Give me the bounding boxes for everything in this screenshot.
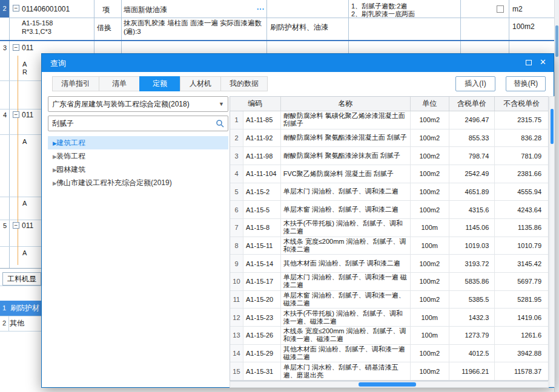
cell-more-button[interactable]: ... (257, 3, 265, 11)
main-vertical-scrollbar[interactable] (554, 0, 559, 392)
chevron-down-icon: ▼ (219, 97, 224, 111)
search-input[interactable] (52, 117, 210, 130)
header-code[interactable]: 编码 (230, 97, 281, 111)
notax-price: 836.28 (495, 129, 548, 147)
tax-price: 2542.49 (449, 165, 495, 183)
tax-price: 5835.86 (449, 273, 495, 290)
quota-library-select[interactable]: 广东省房屋建筑与装饰工程综合定额(2018) ▼ (48, 96, 228, 112)
maximize-icon[interactable] (526, 60, 532, 65)
replace-button[interactable]: 替换(R) (506, 76, 546, 91)
quota-row[interactable]: 7A1-15-8木扶手(不带托板) 润油粉、刮腻子、调和漆二遍100m1145.… (230, 219, 548, 237)
quota-row[interactable]: 12A1-15-23木扶手(不带托板) 润油粉、刮腻子、调和漆一遍、磁漆二遍10… (230, 309, 548, 327)
grid-line (8, 316, 9, 331)
tree-item-label: 佛山市建设工程补充综合定额(2019) (56, 178, 172, 187)
quota-table-header: 编码 名称 单位 含税单价 不含税单价 (230, 97, 548, 111)
quota-code: A1-15-14 (243, 255, 281, 272)
quota-unit: 100m2 (411, 147, 449, 165)
quota-name: 抹灰面乳胶漆 墙柱面 面漆一遍 实际面漆遍数(遍):3 (124, 19, 266, 36)
header-unit[interactable]: 单位 (411, 97, 449, 111)
tab-labor-material-machine[interactable]: 人材机 (180, 76, 221, 91)
tax-price: 798.74 (449, 147, 495, 165)
collapse-icon[interactable]: − (13, 5, 19, 11)
quota-unit: 100m (411, 327, 449, 344)
partial-code: A (22, 249, 27, 256)
tax-price: 11966.21 (449, 362, 495, 380)
tab-quota[interactable]: 定额 (139, 76, 180, 91)
tree-item-building-works[interactable]: ▶建筑工程 (48, 136, 228, 149)
quota-row[interactable]: 5A1-15-2单层木门 润油粉、刮腻子、调和漆二遍100m24651.8945… (230, 183, 548, 201)
grid-line (0, 286, 41, 286)
scrollbar-thumb[interactable] (359, 382, 416, 387)
header-tax-price[interactable]: 含税单价 (449, 97, 495, 111)
row-number: 12 (230, 309, 243, 326)
feature-line: 2、刷乳胶漆一底两面 (351, 10, 415, 19)
notax-price: 781.09 (495, 147, 548, 165)
header-notax-price[interactable]: 不含税单价 (495, 97, 548, 111)
tax-price: 4651.89 (449, 183, 495, 201)
grid-line (509, 0, 509, 53)
tree-item-decoration-works[interactable]: ▶装饰工程 (48, 149, 228, 163)
tab-list-guide[interactable]: 清单指引 (52, 76, 99, 91)
tab-my-data[interactable]: 我的数据 (220, 76, 268, 91)
tree-item-garden-works[interactable]: ▶园林建筑 (48, 163, 228, 176)
quota-type: 借换 (97, 23, 111, 33)
item-type: 项 (102, 5, 110, 15)
item-code: 011406001001 (22, 5, 70, 13)
scrollbar-thumb[interactable] (555, 25, 558, 57)
grid-line (0, 197, 41, 197)
row-number[interactable]: 2 (0, 316, 8, 331)
row-number[interactable]: 3 (3, 44, 7, 51)
tree-item-label: 装饰工程 (56, 152, 85, 160)
grid-line (0, 109, 41, 109)
quota-row[interactable]: 15A1-15-31单层木门 润水粉、刮腻子、硝基清漆五遍、磨退出亮100m21… (230, 362, 548, 381)
tax-price: 4012.5 (449, 345, 495, 362)
quota-code: A1-15-31 (243, 362, 281, 380)
collapse-icon[interactable]: − (13, 44, 19, 51)
insert-button[interactable]: 插入(I) (455, 76, 495, 91)
quota-unit: 100m (411, 309, 449, 326)
row-number[interactable]: 4 (3, 111, 7, 119)
row-number[interactable]: 2 (0, 0, 9, 18)
notax-price: 3942.88 (495, 345, 548, 362)
quota-row[interactable]: 6A1-15-5单层木窗 润油粉、刮腻子、调和漆二遍100m24315.6424… (230, 201, 548, 219)
quota-row[interactable]: 9A1-15-14其他木材面 润油粉、刮腻子 调和漆二遍100m23193.72… (230, 255, 548, 273)
collapse-icon[interactable]: − (13, 111, 19, 118)
notax-price: 1135.86 (495, 219, 548, 237)
row-checkbox[interactable] (497, 5, 504, 13)
quota-row[interactable]: 8A1-15-11木线条 宽度≤200mm 润油粉、刮腻子、调和漆二遍100m1… (230, 237, 548, 255)
header-name[interactable]: 名称 (281, 97, 411, 111)
quota-row[interactable]: 1A1-11-85耐酸防腐涂料 氯磺化聚乙烯涂漆混凝土面 刮腻子100m2249… (230, 111, 548, 129)
dialog-titlebar[interactable]: 查询 ✕ (42, 54, 554, 72)
notax-price: 11578.37 (495, 362, 548, 380)
table-vertical-scrollbar[interactable] (549, 96, 555, 387)
tab-material-display[interactable]: 工料机显 (2, 272, 41, 286)
tab-list[interactable]: 清单 (99, 76, 140, 91)
row-number[interactable]: 5 (3, 222, 7, 229)
notax-price: 5281.95 (495, 291, 548, 309)
quota-row[interactable]: 11A1-15-20单层木窗 润油粉、刮腻子、调和漆一遍、磁漆二遍100m253… (230, 291, 548, 309)
grid-line (9, 18, 559, 18)
tree-item-foshan-supplement[interactable]: ▶佛山市建设工程补充综合定额(2019) (48, 176, 228, 189)
quota-name: 耐酸防腐涂料 氯磺化聚乙烯涂漆混凝土面 刮腻子 (281, 111, 411, 129)
notax-price: 4555.94 (495, 183, 548, 201)
scrollbar-thumb[interactable] (551, 109, 554, 144)
material-cell[interactable]: 其他 (10, 316, 24, 331)
material-cell[interactable]: 刷防护材 (8, 301, 41, 316)
table-horizontal-scrollbar[interactable] (230, 381, 549, 388)
close-icon[interactable]: ✕ (540, 57, 546, 67)
row-number[interactable]: 1 (0, 301, 8, 316)
quota-row[interactable]: 10A1-15-17单层木门 润油粉、刮腻子、调和漆一遍 磁漆二遍100m258… (230, 273, 548, 291)
item-code: 011 (22, 111, 33, 119)
quota-row[interactable]: 4A1-11-104FVC聚乙烯防腐涂料 混凝土面 刮腻子100m22542.4… (230, 165, 548, 183)
notax-price: 1261.6 (495, 327, 548, 344)
quota-row[interactable]: 14A1-15-29其他木材面 润油粉、刮腻子、调和漆一遍 磁漆二遍100m24… (230, 345, 548, 363)
selection-underline (0, 40, 559, 41)
quota-code: A1-15-17 (243, 273, 281, 290)
quota-row[interactable]: 2A1-11-92耐酸防腐涂料 聚氨酯漆涂混凝土面 刮腻子100m2855.33… (230, 129, 548, 148)
search-icon[interactable] (216, 119, 224, 128)
collapse-icon[interactable]: − (13, 222, 19, 229)
quota-code: A1-15-23 (243, 309, 281, 326)
quota-row[interactable]: 13A1-15-26木线条 宽度≤200mm 润油粉、刮腻子、调和漆一遍、磁漆二… (230, 327, 548, 345)
quota-row[interactable]: 3A1-11-98耐酸防腐涂料 聚氨酯漆涂抹灰面 刮腻子100m2798.747… (230, 147, 548, 165)
row-number: 9 (230, 255, 243, 272)
